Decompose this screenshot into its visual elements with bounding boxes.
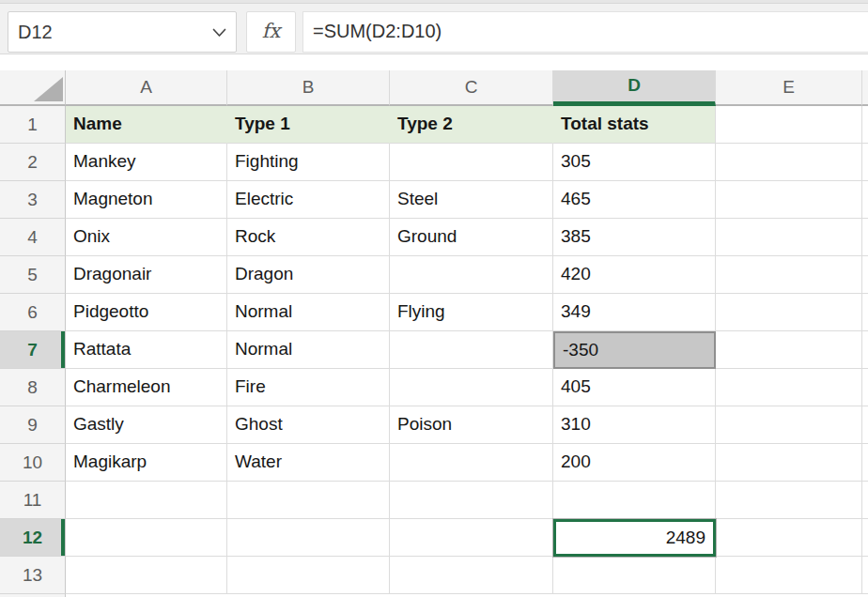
row-header-9[interactable]: 9 bbox=[0, 406, 66, 444]
cell-partial-row-9[interactable] bbox=[862, 406, 868, 444]
cell-A13[interactable] bbox=[66, 557, 227, 594]
row-header-12[interactable]: 12 bbox=[0, 519, 66, 557]
cell-C13[interactable] bbox=[390, 557, 553, 594]
cell-D11[interactable] bbox=[553, 482, 716, 519]
row-header-7[interactable]: 7 bbox=[0, 331, 66, 369]
cell-partial-row-12[interactable] bbox=[862, 519, 868, 557]
row-header-13[interactable]: 13 bbox=[0, 557, 66, 594]
cell-B10[interactable]: Water bbox=[227, 444, 390, 482]
cell-A8[interactable]: Charmeleon bbox=[66, 369, 227, 406]
cell-D3[interactable]: 465 bbox=[553, 181, 716, 219]
cell-C1[interactable]: Type 2 bbox=[390, 106, 553, 144]
cell-A6[interactable]: Pidgeotto bbox=[66, 294, 227, 331]
cell-B13[interactable] bbox=[227, 557, 390, 594]
cell-E3[interactable] bbox=[716, 181, 862, 219]
row-header-6[interactable]: 6 bbox=[0, 294, 66, 331]
cell-E10[interactable] bbox=[716, 444, 862, 482]
cell-C4[interactable]: Ground bbox=[390, 219, 553, 256]
cell-partial-row-6[interactable] bbox=[862, 294, 868, 331]
cell-E1[interactable] bbox=[716, 106, 862, 144]
cell-partial-row-10[interactable] bbox=[862, 444, 868, 482]
cell-E6[interactable] bbox=[716, 294, 862, 331]
cell-B7[interactable]: Normal bbox=[227, 331, 390, 369]
cell-B2[interactable]: Fighting bbox=[227, 144, 390, 181]
cell-C11[interactable] bbox=[390, 482, 553, 519]
cell-B6[interactable]: Normal bbox=[227, 294, 390, 331]
cell-D7[interactable]: -350 bbox=[553, 331, 716, 369]
cell-C7[interactable] bbox=[390, 331, 553, 369]
cell-partial-row-4[interactable] bbox=[862, 219, 868, 256]
cell-partial-row-7[interactable] bbox=[862, 331, 868, 369]
cell-E11[interactable] bbox=[716, 482, 862, 519]
cell-A12[interactable] bbox=[66, 519, 227, 557]
cell-B5[interactable]: Dragon bbox=[227, 256, 390, 294]
cell-E4[interactable] bbox=[716, 219, 862, 256]
chevron-down-icon[interactable] bbox=[212, 28, 226, 38]
cell-C8[interactable] bbox=[390, 369, 553, 406]
cell-partial-row-3[interactable] bbox=[862, 181, 868, 219]
row-header-4[interactable]: 4 bbox=[0, 219, 66, 256]
column-header-C[interactable]: C bbox=[390, 70, 553, 106]
cell-B12[interactable] bbox=[227, 519, 390, 557]
cell-D1[interactable]: Total stats bbox=[553, 106, 716, 144]
cell-E13[interactable] bbox=[716, 557, 862, 594]
cell-D10[interactable]: 200 bbox=[553, 444, 716, 482]
row-header-1[interactable]: 1 bbox=[0, 106, 66, 144]
cell-D6[interactable]: 349 bbox=[553, 294, 716, 331]
cell-A2[interactable]: Mankey bbox=[66, 144, 227, 181]
cell-A7[interactable]: Rattata bbox=[66, 331, 227, 369]
formula-input[interactable]: =SUM(D2:D10) bbox=[302, 11, 868, 53]
cell-E9[interactable] bbox=[716, 406, 862, 444]
cell-B1[interactable]: Type 1 bbox=[227, 106, 390, 144]
cell-partial-row-5[interactable] bbox=[862, 256, 868, 294]
cell-D13[interactable] bbox=[553, 557, 716, 594]
cell-C5[interactable] bbox=[390, 256, 553, 294]
cell-E7[interactable] bbox=[716, 331, 862, 369]
cell-A9[interactable]: Gastly bbox=[66, 406, 227, 444]
row-header-3[interactable]: 3 bbox=[0, 181, 66, 219]
name-box[interactable]: D12 bbox=[8, 11, 237, 53]
cell-D9[interactable]: 310 bbox=[553, 406, 716, 444]
cell-D5[interactable]: 420 bbox=[553, 256, 716, 294]
cell-B9[interactable]: Ghost bbox=[227, 406, 390, 444]
cell-E8[interactable] bbox=[716, 369, 862, 406]
row-header-10[interactable]: 10 bbox=[0, 444, 66, 482]
cell-A1[interactable]: Name bbox=[66, 106, 227, 144]
cell-E12[interactable] bbox=[716, 519, 862, 557]
row-header-8[interactable]: 8 bbox=[0, 369, 66, 406]
cell-A4[interactable]: Onix bbox=[66, 219, 227, 256]
cell-partial-row-13[interactable] bbox=[862, 557, 868, 594]
cell-C12[interactable] bbox=[390, 519, 553, 557]
cell-C2[interactable] bbox=[390, 144, 553, 181]
row-header-2[interactable]: 2 bbox=[0, 144, 66, 181]
select-all-corner[interactable] bbox=[0, 70, 66, 106]
insert-function-button[interactable]: fx bbox=[246, 11, 296, 53]
cell-D12[interactable]: 2489 bbox=[553, 519, 716, 557]
cell-B3[interactable]: Electric bbox=[227, 181, 390, 219]
cell-A5[interactable]: Dragonair bbox=[66, 256, 227, 294]
column-header-B[interactable]: B bbox=[227, 70, 390, 106]
cell-D4[interactable]: 385 bbox=[553, 219, 716, 256]
cell-D2[interactable]: 305 bbox=[553, 144, 716, 181]
cell-D8[interactable]: 405 bbox=[553, 369, 716, 406]
cell-partial-row-1[interactable] bbox=[862, 106, 868, 144]
cell-A10[interactable]: Magikarp bbox=[66, 444, 227, 482]
cell-partial-row-8[interactable] bbox=[862, 369, 868, 406]
column-header-E[interactable]: E bbox=[716, 70, 862, 106]
cell-C3[interactable]: Steel bbox=[390, 181, 553, 219]
cell-B8[interactable]: Fire bbox=[227, 369, 390, 406]
cell-C10[interactable] bbox=[390, 444, 553, 482]
cell-A11[interactable] bbox=[66, 482, 227, 519]
cell-A3[interactable]: Magneton bbox=[66, 181, 227, 219]
column-header-D[interactable]: D bbox=[553, 70, 716, 106]
cell-E2[interactable] bbox=[716, 144, 862, 181]
column-header-A[interactable]: A bbox=[66, 70, 227, 106]
cell-E5[interactable] bbox=[716, 256, 862, 294]
cell-B4[interactable]: Rock bbox=[227, 219, 390, 256]
cell-B11[interactable] bbox=[227, 482, 390, 519]
row-header-11[interactable]: 11 bbox=[0, 482, 66, 519]
cell-partial-row-2[interactable] bbox=[862, 144, 868, 181]
cell-partial-row-11[interactable] bbox=[862, 482, 868, 519]
cell-C6[interactable]: Flying bbox=[390, 294, 553, 331]
row-header-5[interactable]: 5 bbox=[0, 256, 66, 294]
